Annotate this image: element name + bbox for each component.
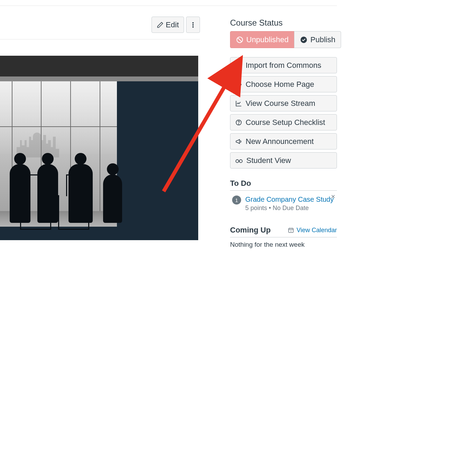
unpublished-button[interactable]: Unpublished bbox=[230, 31, 294, 48]
side-btn-label: Course Setup Checklist bbox=[246, 118, 325, 127]
svg-point-8 bbox=[238, 83, 240, 85]
svg-text:3: 3 bbox=[291, 230, 292, 232]
publish-label: Publish bbox=[310, 35, 335, 44]
calendar-icon: 3 bbox=[288, 227, 294, 233]
student-view-button[interactable]: Student View bbox=[230, 152, 337, 169]
svg-point-10 bbox=[238, 124, 239, 124]
chart-icon bbox=[235, 100, 242, 107]
course-hero-image bbox=[0, 56, 198, 240]
top-divider bbox=[0, 6, 337, 6]
status-toggle: Unpublished Publish bbox=[230, 31, 337, 48]
svg-point-12 bbox=[239, 160, 242, 162]
view-calendar-label: View Calendar bbox=[296, 227, 337, 234]
commons-icon bbox=[235, 62, 242, 69]
target-icon bbox=[235, 81, 242, 88]
edit-label: Edit bbox=[166, 21, 179, 29]
svg-point-11 bbox=[236, 160, 239, 162]
unpublished-label: Unpublished bbox=[246, 35, 289, 44]
choose-home-page-button[interactable]: Choose Home Page bbox=[230, 76, 337, 92]
svg-point-7 bbox=[236, 82, 241, 87]
svg-point-1 bbox=[192, 24, 193, 25]
side-btn-label: Choose Home Page bbox=[246, 80, 314, 89]
svg-point-2 bbox=[192, 26, 193, 27]
todo-item: 1 Grade Company Case Study 5 points • No… bbox=[230, 191, 337, 212]
side-btn-label: New Announcement bbox=[246, 137, 314, 146]
svg-line-4 bbox=[238, 38, 242, 42]
coming-up-empty: Nothing for the next week bbox=[230, 241, 337, 248]
more-vertical-icon bbox=[190, 21, 196, 28]
toolbar-divider bbox=[0, 39, 200, 39]
new-announcement-button[interactable]: New Announcement bbox=[230, 133, 337, 149]
import-from-commons-button[interactable]: Import from Commons bbox=[230, 57, 337, 73]
glasses-icon bbox=[235, 157, 243, 164]
course-status-heading: Course Status bbox=[230, 18, 337, 28]
todo-heading: To Do bbox=[230, 179, 337, 191]
side-btn-label: Student View bbox=[246, 156, 291, 165]
svg-point-0 bbox=[192, 22, 193, 23]
edit-button[interactable]: Edit bbox=[152, 17, 184, 33]
megaphone-icon bbox=[235, 138, 242, 145]
more-options-button[interactable] bbox=[186, 17, 200, 33]
todo-dismiss-button[interactable] bbox=[331, 194, 336, 199]
check-circle-icon bbox=[300, 36, 308, 44]
course-setup-checklist-button[interactable]: Course Setup Checklist bbox=[230, 114, 337, 130]
close-icon bbox=[331, 194, 336, 199]
ban-icon bbox=[236, 36, 244, 44]
svg-point-6 bbox=[238, 64, 240, 66]
page-toolbar: Edit bbox=[0, 17, 200, 33]
view-calendar-link[interactable]: 3 View Calendar bbox=[288, 227, 337, 234]
pencil-icon bbox=[157, 21, 164, 28]
side-btn-label: View Course Stream bbox=[246, 99, 315, 108]
todo-badge: 1 bbox=[232, 196, 241, 205]
publish-button[interactable]: Publish bbox=[294, 31, 341, 48]
help-circle-icon bbox=[235, 119, 242, 126]
todo-meta: 5 points • No Due Date bbox=[245, 205, 334, 212]
view-course-stream-button[interactable]: View Course Stream bbox=[230, 95, 337, 111]
side-btn-label: Import from Commons bbox=[246, 61, 321, 70]
coming-up-heading: Coming Up bbox=[230, 226, 271, 235]
todo-title-link[interactable]: Grade Company Case Study bbox=[245, 195, 334, 204]
